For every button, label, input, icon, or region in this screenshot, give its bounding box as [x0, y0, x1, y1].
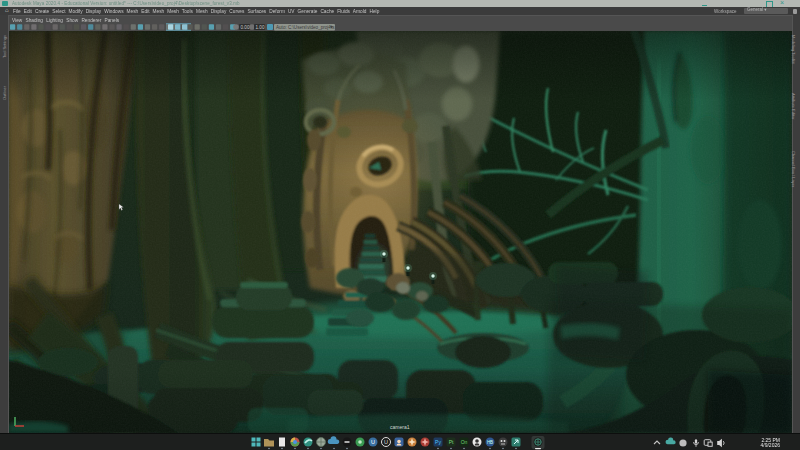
svg-text:U: U: [384, 439, 388, 445]
svg-text:HB: HB: [487, 440, 493, 445]
svg-text:Auto: C:\Users\video_proj4\s: Auto: C:\Users\video_proj4\s: [276, 25, 335, 30]
svg-text:0.00: 0.00: [241, 25, 250, 30]
svg-text:U: U: [371, 439, 375, 445]
svg-text:Py: Py: [435, 439, 441, 445]
svg-text:1.00: 1.00: [256, 25, 265, 30]
svg-text:Pt: Pt: [449, 439, 454, 445]
svg-text:On: On: [461, 439, 468, 445]
svg-text:camera1: camera1: [390, 424, 410, 430]
